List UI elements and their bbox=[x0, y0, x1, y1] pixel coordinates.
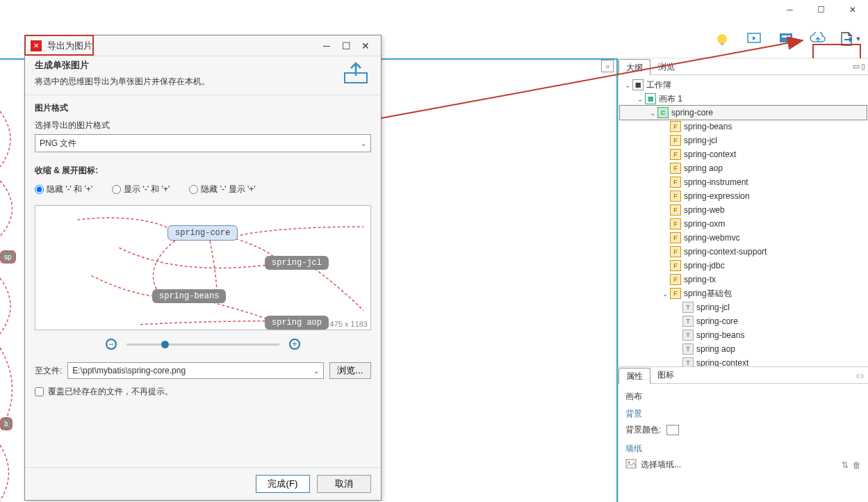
overwrite-checkbox[interactable]: 覆盖已经存在的文件，不再提示。 bbox=[35, 386, 371, 398]
tree-row[interactable]: Tspring-beans bbox=[620, 328, 867, 342]
t-icon: T bbox=[682, 330, 694, 341]
bgcolor-label: 背景颜色: bbox=[625, 424, 661, 436]
properties-panel: 属性 图标 ▭ 画布 背景 背景颜色: 墙纸 选择墙纸... ⇅ 🗑 bbox=[619, 367, 868, 502]
tab-browse[interactable]: 浏览 bbox=[650, 58, 682, 74]
collapse-group-label: 收缩 & 展开图标: bbox=[35, 165, 371, 177]
outline-tree[interactable]: ⌄▦工作簿⌄▦画布 1⌄Cspring-coreFspring-beansFsp… bbox=[619, 75, 868, 367]
bgcolor-swatch[interactable] bbox=[666, 425, 679, 435]
tree-label: spring-jdbc bbox=[684, 261, 725, 270]
tree-label: spring-webmvc bbox=[684, 233, 740, 243]
chevron-down-icon: ⌄ bbox=[361, 140, 366, 147]
image-icon bbox=[625, 459, 637, 471]
tree-row[interactable]: Fspring-jdbc bbox=[620, 259, 867, 273]
window-controls: ─ ☐ ✕ bbox=[774, 0, 868, 19]
tree-row[interactable]: Fspring-jcl bbox=[620, 133, 867, 147]
radio-hide-minus[interactable]: 隐藏 '-' 显示 '+' bbox=[189, 184, 255, 195]
tree-row[interactable]: Fspring-context bbox=[620, 147, 867, 161]
tree-toggle-icon[interactable]: ⌄ bbox=[648, 109, 657, 117]
tree-row[interactable]: Fspring aop bbox=[620, 161, 867, 175]
props-bg-section: 背景 bbox=[625, 408, 861, 420]
finish-button[interactable]: 完成(F) bbox=[256, 475, 310, 493]
slideshow-icon[interactable] bbox=[773, 26, 799, 51]
export-dialog: ✕ 导出为图片 ─ ☐ ✕ 生成单张图片 将选中的思维图导出为单张图片并保存在本… bbox=[24, 35, 382, 501]
tree-row[interactable]: Fspring-tx bbox=[620, 273, 867, 286]
cancel-button[interactable]: 取消 bbox=[317, 475, 371, 493]
browse-button[interactable]: 浏览... bbox=[329, 362, 371, 379]
chevron-down-icon: ▼ bbox=[855, 35, 862, 42]
tree-toggle-icon[interactable]: ⌄ bbox=[623, 81, 632, 89]
t-icon: T bbox=[682, 343, 694, 355]
f-icon: F bbox=[670, 149, 681, 160]
tree-label: 画布 1 bbox=[659, 93, 682, 105]
preview-dimensions: 1475 x 1183 bbox=[325, 320, 368, 328]
f-icon: F bbox=[670, 232, 681, 243]
tree-row[interactable]: ⌄▦画布 1 bbox=[620, 92, 867, 106]
tree-label: spring-web bbox=[684, 205, 725, 215]
tree-row[interactable]: Fspring-beans bbox=[620, 120, 867, 133]
close-button[interactable]: ✕ bbox=[837, 0, 868, 19]
maximize-button[interactable]: ☐ bbox=[805, 0, 837, 19]
tab-properties[interactable]: 属性 bbox=[619, 368, 650, 384]
updown-icon[interactable]: ⇅ bbox=[842, 460, 849, 470]
preview-node-jcl: spring-jcl bbox=[265, 256, 329, 270]
tree-label: spring aop bbox=[684, 163, 723, 173]
svg-point-9 bbox=[628, 462, 630, 464]
tree-row[interactable]: Tspring aop bbox=[620, 342, 867, 356]
radio-hide-both[interactable]: 隐藏 '-' 和 '+' bbox=[35, 184, 92, 195]
preview-node-core: spring-core bbox=[167, 225, 238, 241]
tree-label: spring-expression bbox=[684, 191, 750, 201]
tree-row[interactable]: ⌄Fspring基础包 bbox=[620, 286, 867, 300]
tab-icons[interactable]: 图标 bbox=[650, 367, 681, 383]
dialog-close-button[interactable]: ✕ bbox=[356, 40, 375, 51]
panel-max-icon[interactable]: ▯ bbox=[861, 62, 865, 71]
tree-label: spring-core bbox=[671, 108, 713, 118]
tree-row[interactable]: Fspring-context-support bbox=[620, 245, 867, 259]
panel-min-icon[interactable]: ▭ bbox=[853, 62, 860, 71]
tree-row[interactable]: Tspring-context bbox=[620, 356, 867, 367]
chevron-down-icon: ⌄ bbox=[313, 367, 319, 375]
f-icon: F bbox=[670, 191, 681, 202]
minimize-button[interactable]: ─ bbox=[774, 0, 805, 19]
presentation-icon[interactable] bbox=[742, 26, 767, 51]
tree-row[interactable]: Fspring-expression bbox=[620, 189, 867, 203]
tree-label: spring-context bbox=[696, 358, 748, 367]
tree-row[interactable]: Fspring-instrument bbox=[620, 175, 867, 189]
dialog-header-title: 生成单张图片 bbox=[35, 59, 210, 72]
restore-canvas-button[interactable]: ▫ bbox=[601, 60, 614, 72]
trash-icon[interactable]: 🗑 bbox=[853, 460, 861, 470]
tree-row[interactable]: Fspring-oxm bbox=[620, 217, 867, 231]
f-icon: F bbox=[670, 288, 681, 299]
dialog-titlebar[interactable]: ✕ 导出为图片 ─ ☐ ✕ bbox=[25, 35, 381, 56]
zoom-slider[interactable] bbox=[126, 343, 279, 346]
path-input[interactable]: E:\ppt\mybatis\spring-core.png ⌄ bbox=[67, 362, 324, 379]
zoom-out-button[interactable]: − bbox=[106, 339, 117, 350]
dialog-maximize-button[interactable]: ☐ bbox=[336, 40, 356, 51]
format-select[interactable]: PNG 文件 ⌄ bbox=[35, 134, 371, 152]
radio-show-both[interactable]: 显示 '-' 和 '+' bbox=[112, 184, 170, 195]
tree-row[interactable]: Tspring-core bbox=[620, 314, 867, 328]
wallpaper-select[interactable]: 选择墙纸... bbox=[641, 459, 681, 471]
f-icon: F bbox=[670, 246, 681, 257]
t-icon: T bbox=[682, 302, 694, 313]
tree-toggle-icon[interactable]: ⌄ bbox=[635, 95, 645, 103]
tree-label: spring-jcl bbox=[696, 302, 730, 312]
tree-row[interactable]: ⌄▦工作簿 bbox=[620, 78, 867, 92]
zoom-in-button[interactable]: + bbox=[289, 339, 300, 350]
f-icon: F bbox=[670, 177, 681, 188]
tab-outline[interactable]: 大纲 bbox=[619, 59, 650, 75]
svg-marker-3 bbox=[753, 36, 756, 40]
preview-node-aop: spring aop bbox=[265, 316, 329, 330]
svg-rect-4 bbox=[780, 33, 792, 42]
tree-row[interactable]: Fspring-webmvc bbox=[620, 231, 867, 245]
path-value: E:\ppt\mybatis\spring-core.png bbox=[72, 366, 186, 375]
f-icon: F bbox=[670, 121, 681, 132]
tree-toggle-icon[interactable]: ⌄ bbox=[660, 290, 670, 298]
props-collapse-icon[interactable]: ▭ bbox=[856, 371, 864, 380]
tree-row[interactable]: ⌄Cspring-core bbox=[620, 106, 867, 120]
hint-icon[interactable] bbox=[710, 26, 735, 51]
dialog-minimize-button[interactable]: ─ bbox=[317, 40, 336, 51]
tree-label: spring-instrument bbox=[684, 177, 748, 187]
tree-row[interactable]: Fspring-web bbox=[620, 203, 867, 217]
tree-row[interactable]: Tspring-jcl bbox=[620, 300, 867, 314]
tree-label: spring-context-support bbox=[684, 247, 767, 257]
